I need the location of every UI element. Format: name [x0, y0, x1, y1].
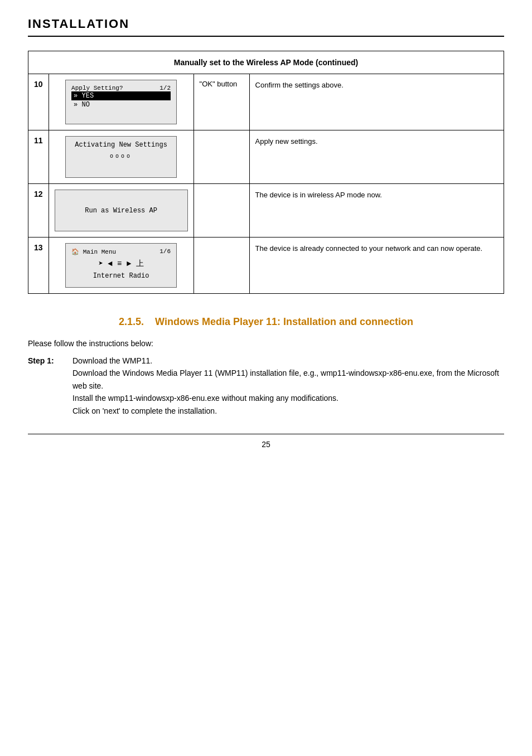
section-number: 2.1.5. — [119, 316, 144, 327]
page-number: 25 — [28, 434, 504, 449]
screen-cell: Run as Wireless AP — [49, 184, 194, 238]
row-description: The device is in wireless AP mode now. — [249, 184, 504, 238]
screen-cell: Apply Setting? 1/2 » YES » NO — [49, 74, 194, 130]
row-number: 12 — [28, 184, 49, 238]
table-header: Manually set to the Wireless AP Mode (co… — [28, 51, 504, 74]
row-number: 11 — [28, 130, 49, 184]
section-heading: 2.1.5. Windows Media Player 11: Installa… — [28, 316, 504, 328]
button-label — [194, 130, 249, 184]
screen-cell: 🏠 Main Menu 1/6 ➤ ◄ ≡ ► 上 Internet Radio — [49, 238, 194, 294]
row-description: The device is already connected to your … — [249, 238, 504, 294]
screen-cell: Activating New Settings oooo — [49, 130, 194, 184]
button-label: "OK" button — [194, 74, 249, 130]
button-label — [194, 238, 249, 294]
row-number: 10 — [28, 74, 49, 130]
row-description: Apply new settings. — [249, 130, 504, 184]
row-description: Confirm the settings above. — [249, 74, 504, 130]
section-title: Windows Media Player 11: Installation an… — [155, 316, 413, 327]
step-label: Step 1: — [28, 355, 72, 417]
button-label — [194, 184, 249, 238]
row-number: 13 — [28, 238, 49, 294]
page-title: INSTALLATION — [28, 17, 504, 37]
section-intro: Please follow the instructions below: — [28, 339, 504, 348]
installation-table: Manually set to the Wireless AP Mode (co… — [28, 51, 504, 294]
step-content: Download the WMP11. Download the Windows… — [72, 355, 504, 417]
step-block: Step 1:Download the WMP11. Download the … — [28, 355, 504, 417]
